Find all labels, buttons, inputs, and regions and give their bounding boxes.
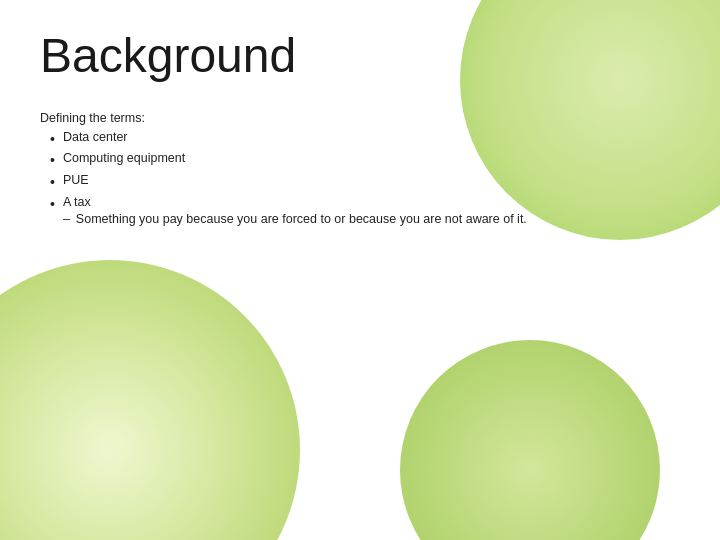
list-item: • Computing equipment xyxy=(50,150,680,172)
list-item-text: PUE xyxy=(63,173,89,187)
list-item: • PUE xyxy=(50,172,680,194)
bullet-list: • Data center • Computing equipment • PU… xyxy=(50,129,680,228)
sub-dash: – xyxy=(63,212,70,226)
defining-label: Defining the terms: xyxy=(40,111,680,125)
slide-content: Background Defining the terms: • Data ce… xyxy=(0,0,720,258)
list-item: • A tax – Something you pay because you … xyxy=(50,194,680,228)
sub-bullet-list: – Something you pay because you are forc… xyxy=(63,211,527,227)
sub-list-item-text: Something you pay because you are forced… xyxy=(76,212,527,226)
bullet-dot: • xyxy=(50,130,55,150)
list-item-text: Computing equipment xyxy=(63,151,185,165)
bullet-dot: • xyxy=(50,151,55,171)
page-title: Background xyxy=(40,30,680,83)
list-item-text: Data center xyxy=(63,130,128,144)
sub-list-item: – Something you pay because you are forc… xyxy=(63,211,527,227)
decorative-circle-bottom-right xyxy=(400,340,660,540)
list-item-text: A tax – Something you pay because you ar… xyxy=(63,195,527,227)
bullet-dot: • xyxy=(50,195,55,215)
decorative-circle-bottom-left xyxy=(0,260,300,540)
list-item: • Data center xyxy=(50,129,680,151)
bullet-dot: • xyxy=(50,173,55,193)
